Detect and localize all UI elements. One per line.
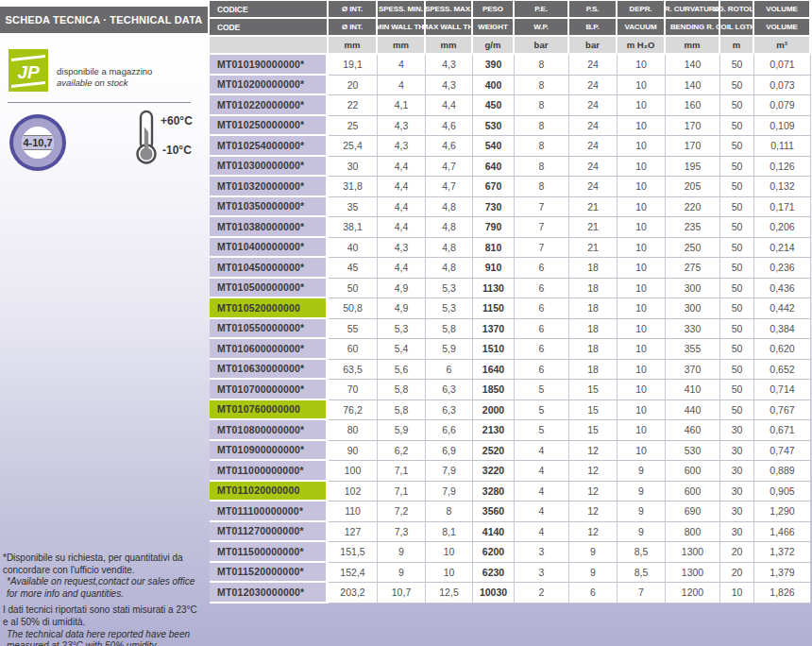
value-cell: 8 [515,136,569,157]
value-cell: 9 [569,563,617,584]
value-cell: 5,3 [426,298,473,319]
value-cell: 10 [617,298,666,319]
value-cell: 76,2 [329,400,378,421]
value-cell: 50 [720,136,754,157]
column-unit: mm [329,37,378,55]
value-cell: 810 [473,238,515,259]
value-cell: 7 [617,583,666,604]
value-cell: 0,111 [754,136,811,157]
value-cell: 50 [720,177,754,197]
code-cell: MT010200000000* [210,76,329,96]
value-cell: 6200 [473,542,515,563]
value-cell: 151,5 [329,542,378,563]
value-cell: 0,747 [754,441,811,462]
thermometer-icon [135,110,160,168]
value-cell: 910 [473,258,515,279]
value-cell: 640 [473,157,515,178]
value-cell: 0,126 [754,157,811,178]
value-cell: 7 [515,197,569,218]
value-cell: 0,171 [754,197,811,218]
value-cell: 195 [666,157,720,178]
value-cell: 4 [515,522,569,543]
value-cell: 50 [720,217,754,238]
column-unit: m³ [754,37,811,55]
value-cell: 6 [515,339,569,360]
value-cell: 1200 [666,583,720,604]
value-cell: 10 [617,116,666,137]
code-cell: MT010400000000* [210,238,329,259]
table-row: MT010630000000*63,55,66164061810370500,6… [210,360,812,381]
value-cell: 300 [666,298,720,319]
column-header-en: COIL LGTH. [720,19,754,37]
value-cell: 8 [515,177,569,197]
value-cell: 1850 [473,380,515,400]
column-unit: mm [378,37,426,55]
table-row: MT011270000000*1277,38,141404129800301,4… [210,522,812,543]
value-cell: 45 [329,258,378,279]
code-cell: MT010380000000* [210,217,329,238]
value-cell: 690 [666,502,720,522]
table-row: MT011100000000*1107,2835604129690301,290 [210,502,812,522]
column-header-en: MIN WALL TH. [378,19,426,37]
temperature-max-label: +60°C [161,114,193,128]
code-cell: MT010250000000* [210,116,329,137]
value-cell: 0,132 [754,177,811,197]
value-cell: 530 [473,116,515,137]
value-cell: 90 [329,441,378,462]
value-cell: 410 [666,380,720,400]
value-cell: 4,4 [378,217,426,238]
value-cell: 730 [473,197,515,218]
value-cell: 5,3 [426,279,473,299]
value-cell: 30 [720,522,754,543]
column-unit: mm [666,37,720,55]
value-cell: 7 [515,238,569,259]
value-cell: 24 [569,136,617,157]
value-cell: 50 [720,279,754,299]
value-cell: 5 [515,420,569,441]
value-cell: 330 [666,319,720,340]
value-cell: 4 [378,55,426,76]
value-cell: 7,2 [378,502,426,522]
value-cell: 530 [666,441,720,462]
column-header-en: WEIGHT [473,19,515,37]
table-row: MT010320000000*31,84,44,767082410205500,… [210,177,812,197]
value-cell: 10 [617,441,666,462]
value-cell: 4,8 [426,258,473,279]
divider-line [8,102,191,103]
value-cell: 6 [515,319,569,340]
value-cell: 540 [473,136,515,157]
column-header-it: DEPR. [617,1,666,19]
value-cell: 0,671 [754,420,811,441]
value-cell: 4,7 [426,157,473,178]
value-cell: 6 [515,258,569,279]
value-cell: 0,767 [754,400,811,421]
value-cell: 6,3 [426,400,473,421]
value-cell: 50 [720,258,754,279]
value-cell: 203,2 [329,583,378,604]
table-row: MT010220000000*224,14,445082410160500,07… [210,95,812,116]
value-cell: 600 [666,482,720,502]
value-cell: 670 [473,177,515,197]
value-cell: 5 [515,380,569,400]
value-cell: 4,8 [426,197,473,218]
code-cell: MT010320000000* [210,177,329,197]
value-cell: 0,652 [754,360,811,381]
value-cell: 450 [473,95,515,116]
value-cell: 0,214 [754,238,811,259]
value-cell: 7,9 [426,482,473,502]
value-cell: 440 [666,400,720,421]
value-cell: 10 [617,95,666,116]
value-cell: 30 [720,502,754,522]
value-cell: 4,7 [426,177,473,197]
value-cell: 5,4 [378,339,426,360]
value-cell: 3560 [473,502,515,522]
value-cell: 8 [515,116,569,137]
value-cell: 9 [378,542,426,563]
value-cell: 9 [617,461,666,482]
value-cell: 10 [617,339,666,360]
value-cell: 170 [666,116,720,137]
value-cell: 8,5 [617,542,666,563]
value-cell: 1130 [473,279,515,299]
value-cell: 50 [720,157,754,178]
value-cell: 10 [617,76,666,96]
